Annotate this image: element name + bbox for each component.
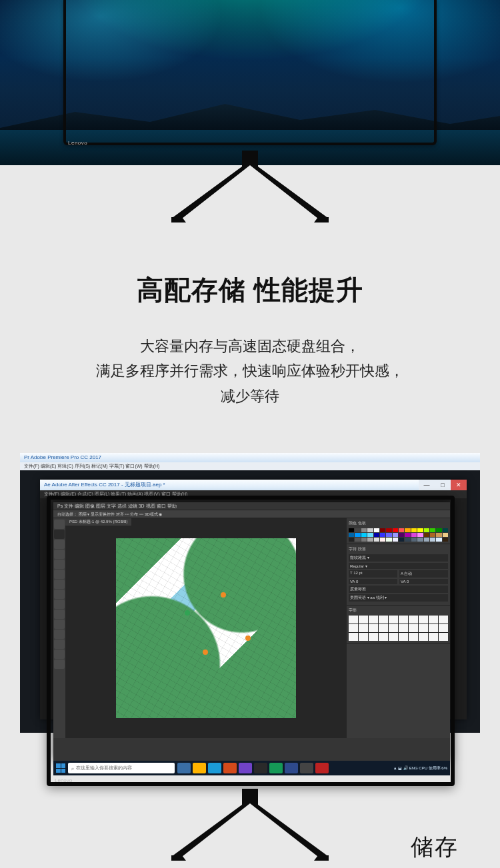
photoshop-menubar[interactable]: Ps 文件 编辑 图像 图层 文字 选择 滤镜 3D 视图 窗口 帮助 (53, 502, 450, 510)
taskbar-app-icon[interactable] (285, 763, 298, 773)
swatch[interactable] (436, 538, 441, 542)
swatch[interactable] (399, 538, 404, 542)
swatch[interactable] (405, 538, 410, 542)
brush-tool-icon[interactable] (54, 580, 65, 589)
swatch[interactable] (424, 528, 429, 532)
taskbar-app-icon[interactable] (239, 763, 252, 773)
hand-tool-icon[interactable] (54, 650, 65, 659)
swatch[interactable] (374, 538, 379, 542)
swatch[interactable] (405, 533, 410, 537)
swatches-grid[interactable] (349, 528, 448, 542)
maximize-button[interactable]: □ (435, 480, 451, 490)
swatch[interactable] (349, 538, 354, 542)
marquee-tool-icon[interactable] (54, 530, 65, 539)
swatch[interactable] (430, 533, 435, 537)
swatch[interactable] (393, 533, 398, 537)
swatch[interactable] (411, 528, 417, 532)
eraser-tool-icon[interactable] (54, 600, 65, 609)
swatch[interactable] (417, 533, 423, 537)
swatch[interactable] (367, 533, 373, 537)
swatch[interactable] (349, 533, 354, 537)
wand-tool-icon[interactable] (54, 550, 65, 559)
photoshop-window[interactable]: Ps 文件 编辑 图像 图层 文字 选择 滤镜 3D 视图 窗口 帮助 自动选择… (53, 502, 450, 761)
gradient-tool-icon[interactable] (54, 610, 65, 619)
swatch[interactable] (393, 538, 398, 542)
windows-taskbar[interactable]: ⌕ 在这里输入你要搜索的内容 ▲ ⬓ 🔊 ENG CPU 使用率 6% (53, 761, 450, 775)
swatch[interactable] (417, 538, 423, 542)
swatch[interactable] (380, 538, 385, 542)
swatch[interactable] (417, 528, 423, 532)
photoshop-options-bar[interactable]: 自动选择： 图层 ▾ 显示变换控件 对齐 ▫▫▫ 分布 ▫▫▫ 3D模式 ◉ (53, 510, 450, 518)
font-family-select[interactable]: 微软雅黑 ▾ (349, 554, 448, 562)
photoshop-canvas-area[interactable]: PSD 未标题-1 @ 42.9% (RGB/8) (65, 518, 347, 738)
swatch[interactable] (361, 538, 367, 542)
metrics-field[interactable]: 度量标准 (349, 586, 448, 593)
premiere-menubar[interactable]: 文件(F) 编辑(E) 剪辑(C) 序列(S) 标记(M) 字幕(T) 窗口(W… (20, 462, 480, 470)
close-button[interactable]: ✕ (451, 480, 467, 490)
swatch[interactable] (399, 533, 404, 537)
photoshop-document-tab[interactable]: PSD 未标题-1 @ 42.9% (RGB/8) (65, 518, 131, 526)
swatch[interactable] (349, 528, 354, 532)
taskbar-app-icon[interactable] (223, 763, 237, 773)
swatch[interactable] (386, 533, 391, 537)
taskbar-app-icon[interactable] (193, 763, 206, 773)
character-panel[interactable]: 字符 段落 微软雅黑 ▾ Regular ▾ T 12 pt A 自动 VA 0… (347, 544, 450, 606)
swatch[interactable] (430, 528, 435, 532)
taskbar-app-icon[interactable] (208, 763, 221, 773)
move-tool-icon[interactable] (54, 520, 65, 529)
swatch[interactable] (436, 533, 441, 537)
swatch[interactable] (443, 533, 448, 537)
swatch[interactable] (386, 528, 391, 532)
swatch[interactable] (393, 528, 398, 532)
swatch[interactable] (443, 538, 448, 542)
font-size-field[interactable]: T 12 pt (349, 570, 397, 578)
kerning-field[interactable]: VA 0 (399, 579, 448, 584)
taskbar-search[interactable]: ⌕ 在这里输入你要搜索的内容 (68, 763, 175, 773)
taskbar-app-icon[interactable] (254, 763, 267, 773)
taskbar-app-icon[interactable] (177, 763, 191, 773)
zoom-tool-icon[interactable] (54, 659, 65, 669)
aftereffects-titlebar[interactable]: Ae Adobe After Effects CC 2017 - 无标题项目.a… (40, 480, 467, 490)
swatch[interactable] (367, 538, 373, 542)
swatch[interactable] (361, 528, 367, 532)
color-swatches-panel[interactable]: 颜色 色板 (347, 518, 450, 544)
shape-tool-icon[interactable] (54, 640, 65, 649)
system-tray[interactable]: ▲ ⬓ 🔊 ENG CPU 使用率 6% (393, 765, 447, 771)
type-tool-icon[interactable] (54, 630, 65, 639)
swatch[interactable] (399, 528, 404, 532)
swatch[interactable] (443, 528, 448, 532)
language-field[interactable]: 美国英语 ▾ aa 锐利 ▾ (349, 594, 448, 602)
swatch[interactable] (355, 533, 360, 537)
font-style-select[interactable]: Regular ▾ (349, 563, 448, 569)
pen-tool-icon[interactable] (54, 620, 65, 629)
swatch[interactable] (405, 528, 410, 532)
swatch[interactable] (430, 538, 435, 542)
taskbar-app-icon[interactable] (269, 763, 283, 773)
crop-tool-icon[interactable] (54, 560, 65, 569)
stamp-tool-icon[interactable] (54, 590, 65, 599)
glyphs-panel[interactable]: 字形 (347, 606, 450, 644)
swatch[interactable] (380, 533, 385, 537)
swatch[interactable] (355, 538, 360, 542)
swatch[interactable] (386, 538, 391, 542)
swatch[interactable] (374, 528, 379, 532)
swatch[interactable] (355, 528, 360, 532)
eyedropper-tool-icon[interactable] (54, 570, 65, 579)
swatch[interactable] (367, 528, 373, 532)
minimize-button[interactable]: — (419, 480, 435, 490)
swatch[interactable] (424, 533, 429, 537)
swatch[interactable] (374, 533, 379, 537)
start-button[interactable] (56, 763, 65, 773)
swatch[interactable] (436, 528, 441, 532)
swatch[interactable] (424, 538, 429, 542)
photoshop-canvas[interactable] (116, 538, 296, 718)
leading-field[interactable]: A 自动 (399, 570, 448, 578)
aftereffects-menubar[interactable]: 文件(F) 编辑(E) 合成(C) 图层(L) 效果(T) 动画(A) 视图(V… (40, 490, 467, 498)
tracking-field[interactable]: VA 0 (349, 579, 397, 584)
swatch[interactable] (411, 538, 417, 542)
taskbar-app-icon[interactable] (300, 763, 313, 773)
swatch[interactable] (380, 528, 385, 532)
photoshop-toolbox[interactable] (53, 518, 65, 738)
lasso-tool-icon[interactable] (54, 540, 65, 549)
swatch[interactable] (361, 533, 367, 537)
